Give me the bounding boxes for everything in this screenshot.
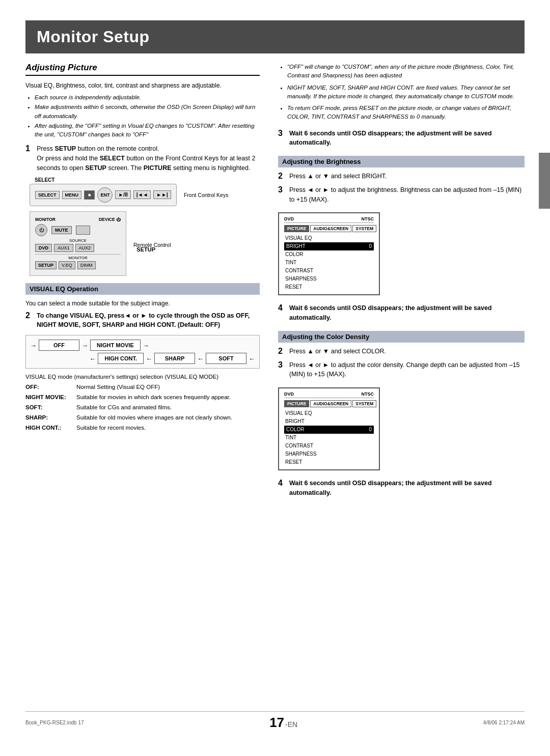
- bullet-3: After adjusting, the "OFF" setting in Vi…: [35, 122, 260, 139]
- brightness-step-4: 4 Wait 6 seconds until OSD disappears; t…: [278, 303, 525, 323]
- mode-key-off: OFF:: [25, 383, 76, 391]
- mode-row-sharp: SHARP: Suitable for old movies where ima…: [25, 413, 260, 422]
- osd-tab-picture: PICTURE: [284, 225, 309, 232]
- device-label: DEVICE ⏻: [99, 217, 121, 222]
- dimm-btn[interactable]: DIMM: [77, 261, 96, 269]
- mode-val-night: Suitable for movies in which dark scenes…: [76, 393, 260, 401]
- mode-row-off: OFF: Normal Setting (Visual EQ OFF): [25, 383, 260, 391]
- device-btn[interactable]: [76, 226, 90, 235]
- color-step-2-num: 2: [278, 347, 289, 356]
- arrow-right-3: →: [141, 342, 149, 349]
- arrow-left-2: ←: [144, 355, 154, 362]
- dvd-btn[interactable]: DVD: [35, 244, 52, 252]
- osd-visual-eq: VISUAL EQ: [284, 234, 374, 242]
- step-3-number: 3: [278, 129, 289, 138]
- mode-key-sharp: SHARP:: [25, 413, 76, 422]
- eq-high-cont-box: HIGH CONT.: [98, 353, 144, 364]
- play-pause-key: ►/II: [115, 190, 130, 199]
- remote-control-diagram: MONITOR DEVICE ⏻ ⏻ MUTE SOURCE: [30, 211, 126, 276]
- mode-val-soft: Suitable for CGs and animated films.: [76, 403, 260, 411]
- right-tab-decoration: [539, 153, 550, 209]
- mode-val-sharp: Suitable for old movies where images are…: [76, 413, 260, 422]
- osd-tint-b: TINT: [284, 259, 374, 267]
- front-keys-label: Front Control Keys: [184, 192, 229, 198]
- color-osd-color-label: COLOR: [286, 426, 305, 434]
- visual-eq-heading: VISUAL EQ Operation: [25, 283, 260, 295]
- arrow-left-3: ←: [195, 355, 206, 362]
- color-step-3: 3 Press ◄ or ► to adjust the color densi…: [278, 360, 525, 380]
- setup-bold: SETUP: [54, 145, 76, 152]
- step-1-number: 1: [25, 144, 37, 153]
- setup-btn[interactable]: SETUP: [35, 261, 57, 269]
- color-step-2: 2 Press ▲ or ▼ and select COLOR.: [278, 347, 525, 356]
- footer-left: Book_PKG-RSE2.indb 17: [25, 720, 84, 725]
- brightness-osd-wrapper: DVD NTSC PICTURE AUDIO&SCREEN SYSTEM VIS…: [278, 208, 525, 299]
- color-step-4-num: 4: [278, 479, 289, 488]
- step-3-save: 3 Wait 6 seconds until OSD disappears; t…: [278, 129, 525, 148]
- step-3-text: Wait 6 seconds until OSD disappears; the…: [289, 129, 525, 148]
- step-1-text: Press SETUP button on the remote control…: [37, 144, 260, 173]
- visual-eq-intro: You can select a mode suitable for the s…: [25, 299, 260, 308]
- footer-right: 4/8/06 2:17:24 AM: [483, 720, 525, 725]
- source-label: SOURCE: [35, 238, 121, 243]
- eq-upper-row: → OFF → NIGHT MOVIE →: [30, 340, 255, 351]
- eq-lower-row: ← HIGH CONT. ← SHARP ← SOFT ←: [30, 353, 255, 364]
- eq-off-box: OFF: [39, 340, 79, 351]
- page-title: Monitor Setup: [25, 20, 525, 53]
- right-bullet-list: "OFF" will change to "CUSTOM", when any …: [278, 63, 525, 122]
- mode-key-highcont: HIGH CONT.:: [25, 424, 76, 432]
- mode-row-night: NIGHT MOVIE: Suitable for movies in whic…: [25, 393, 260, 401]
- prev-key: |◄◄: [133, 190, 151, 199]
- front-keys-diagram: SELECT SELECT MENU ■ ENT ►/II |◄◄ ►►| Fr…: [30, 177, 260, 276]
- color-osd-wrapper: DVD NTSC PICTURE AUDIO&SCREEN SYSTEM VIS…: [278, 383, 525, 474]
- arrow-right-2: →: [79, 342, 90, 349]
- brightness-step-3-num: 3: [278, 185, 289, 194]
- color-osd-reset: RESET: [284, 458, 374, 466]
- step-2-text: To change VISUAL EQ, press◄ or ► to cycl…: [37, 311, 260, 330]
- menu-key: MENU: [62, 191, 82, 199]
- mode-key-night: NIGHT MOVIE:: [25, 393, 76, 401]
- osd-reset-b: RESET: [284, 283, 374, 291]
- brightness-step-3: 3 Press ◄ or ► to adjust the brightness.…: [278, 185, 525, 205]
- right-bullet-1: "OFF" will change to "CUSTOM", when any …: [287, 63, 525, 80]
- monitor-label: MONITOR: [35, 217, 56, 222]
- eq-soft-box: SOFT: [206, 353, 246, 364]
- color-osd: DVD NTSC PICTURE AUDIO&SCREEN SYSTEM VIS…: [278, 387, 380, 470]
- mode-val-off: Normal Setting (Visual EQ OFF): [76, 383, 260, 391]
- mode-table: VISUAL EQ mode (manufacturer's settings)…: [25, 374, 260, 432]
- brightness-step-4-num: 4: [278, 303, 289, 313]
- osd-tab-system: SYSTEM: [352, 225, 376, 232]
- color-osd-visual-eq: VISUAL EQ: [284, 409, 374, 417]
- color-osd-color-highlighted: COLOR 0: [284, 426, 374, 434]
- osd-bright-val: 0: [369, 242, 372, 250]
- osd-bright-highlighted: BRIGHT 0: [284, 242, 374, 250]
- color-heading: Adjusting the Color Density: [278, 331, 525, 343]
- color-osd-tab-audio: AUDIO&SCREEN: [310, 400, 351, 407]
- color-osd-tint: TINT: [284, 434, 374, 442]
- brightness-osd-header: DVD NTSC: [284, 216, 374, 223]
- monitor-label2: MONITOR: [35, 254, 121, 260]
- mode-table-intro: VISUAL EQ mode (manufacturer's settings)…: [25, 374, 260, 380]
- mode-key-soft: SOFT:: [25, 403, 76, 411]
- mute-btn[interactable]: MUTE: [51, 226, 72, 234]
- osd-sharpness-b: SHARPNESS: [284, 275, 374, 283]
- color-osd-ntsc-label: NTSC: [362, 391, 374, 397]
- mode-val-highcont: Suitable for recent movies.: [76, 424, 260, 432]
- left-bullet-list: Each source is independently adjustable.…: [25, 93, 260, 139]
- mode-row-soft: SOFT: Suitable for CGs and animated film…: [25, 403, 260, 411]
- brightness-step-2-text: Press ▲ or ▼ and select BRIGHT.: [289, 172, 525, 181]
- power-btn[interactable]: ⏻: [35, 224, 47, 236]
- aux2-btn[interactable]: AUX2: [75, 244, 95, 252]
- page-footer: Book_PKG-RSE2.indb 17 17 -EN 4/8/06 2:17…: [25, 711, 525, 731]
- aux1-btn[interactable]: AUX1: [54, 244, 73, 252]
- intro-text: Visual EQ, Brightness, color, tint, cont…: [25, 81, 260, 90]
- color-osd-sharpness: SHARPNESS: [284, 450, 374, 458]
- osd-ntsc-label: NTSC: [362, 216, 374, 221]
- right-bullet-2: NIGHT MOVIE, SOFT, SHARP and HIGH CONT. …: [287, 83, 525, 101]
- eq-night-movie-box: NIGHT MOVIE: [90, 340, 141, 351]
- select-bold: SELECT: [100, 155, 125, 162]
- color-step-3-num: 3: [278, 360, 289, 370]
- eq-cycle-diagram: → OFF → NIGHT MOVIE → ← HIGH CONT. ← SHA…: [25, 335, 260, 369]
- color-step-4: 4 Wait 6 seconds until OSD disappears; t…: [278, 479, 525, 498]
- veq-btn[interactable]: V.EQ: [59, 261, 75, 269]
